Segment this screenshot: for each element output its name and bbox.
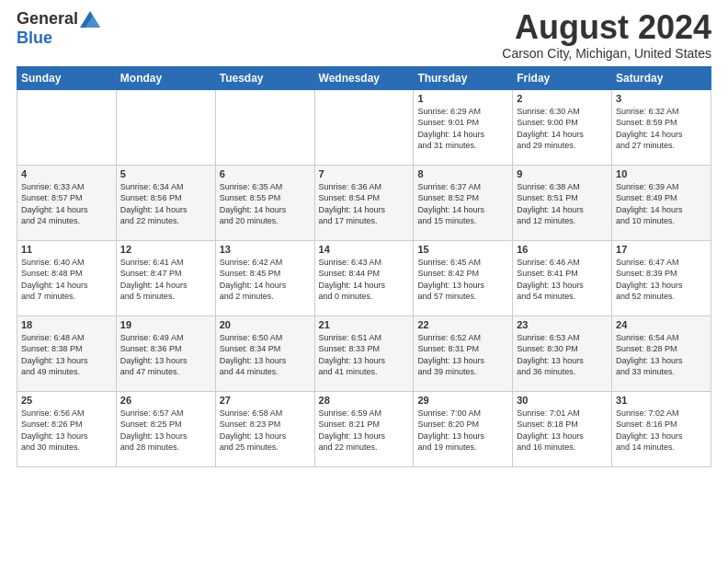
day-number: 20 [220,319,311,330]
calendar-cell-3-0: 18Sunrise: 6:48 AM Sunset: 8:38 PM Dayli… [17,316,117,391]
day-number: 6 [220,168,311,179]
logo-blue-text: Blue [17,29,52,48]
day-number: 26 [120,395,211,406]
day-number: 28 [319,395,410,406]
calendar-cell-1-4: 8Sunrise: 6:37 AM Sunset: 8:52 PM Daylig… [414,165,513,240]
calendar-cell-2-5: 16Sunrise: 6:46 AM Sunset: 8:41 PM Dayli… [513,240,612,316]
calendar-cell-0-5: 2Sunrise: 6:30 AM Sunset: 9:00 PM Daylig… [513,89,612,165]
day-number: 12 [120,244,211,255]
calendar-cell-4-1: 26Sunrise: 6:57 AM Sunset: 8:25 PM Dayli… [116,391,215,466]
col-friday: Friday [513,66,612,89]
calendar-week-4: 18Sunrise: 6:48 AM Sunset: 8:38 PM Dayli… [17,316,711,391]
calendar-cell-2-0: 11Sunrise: 6:40 AM Sunset: 8:48 PM Dayli… [17,240,117,316]
day-number: 10 [616,168,707,179]
calendar-cell-0-4: 1Sunrise: 6:29 AM Sunset: 9:01 PM Daylig… [414,89,513,165]
calendar-cell-2-2: 13Sunrise: 6:42 AM Sunset: 8:45 PM Dayli… [215,240,314,316]
day-info: Sunrise: 6:58 AM Sunset: 8:23 PM Dayligh… [220,408,311,454]
day-info: Sunrise: 6:39 AM Sunset: 8:49 PM Dayligh… [616,181,707,227]
calendar-cell-0-2 [215,89,314,165]
col-sunday: Sunday [17,66,117,89]
day-info: Sunrise: 6:40 AM Sunset: 8:48 PM Dayligh… [21,257,112,303]
day-number: 3 [616,93,707,104]
day-number: 4 [21,168,112,179]
calendar-cell-1-2: 6Sunrise: 6:35 AM Sunset: 8:55 PM Daylig… [215,165,314,240]
calendar-cell-1-5: 9Sunrise: 6:38 AM Sunset: 8:51 PM Daylig… [513,165,612,240]
day-number: 17 [616,244,707,255]
header: General Blue August 2024 Carson City, Mi… [17,9,711,61]
day-number: 25 [21,395,112,406]
calendar-cell-0-0 [17,89,117,165]
day-info: Sunrise: 6:35 AM Sunset: 8:55 PM Dayligh… [220,181,311,227]
calendar-cell-3-2: 20Sunrise: 6:50 AM Sunset: 8:34 PM Dayli… [215,316,314,391]
day-number: 7 [319,168,410,179]
calendar-cell-2-1: 12Sunrise: 6:41 AM Sunset: 8:47 PM Dayli… [116,240,215,316]
calendar-cell-0-1 [116,89,215,165]
calendar-week-5: 25Sunrise: 6:56 AM Sunset: 8:26 PM Dayli… [17,391,711,466]
day-number: 27 [220,395,311,406]
day-info: Sunrise: 6:36 AM Sunset: 8:54 PM Dayligh… [319,181,410,227]
calendar-cell-3-6: 24Sunrise: 6:54 AM Sunset: 8:28 PM Dayli… [612,316,711,391]
col-saturday: Saturday [612,66,711,89]
day-info: Sunrise: 6:49 AM Sunset: 8:36 PM Dayligh… [120,332,211,378]
calendar-cell-2-6: 17Sunrise: 6:47 AM Sunset: 8:39 PM Dayli… [612,240,711,316]
calendar-cell-0-3 [314,89,414,165]
logo-icon [80,11,100,28]
calendar-cell-1-3: 7Sunrise: 6:36 AM Sunset: 8:54 PM Daylig… [314,165,414,240]
day-number: 21 [319,319,410,330]
calendar-cell-3-5: 23Sunrise: 6:53 AM Sunset: 8:30 PM Dayli… [513,316,612,391]
day-info: Sunrise: 6:32 AM Sunset: 8:59 PM Dayligh… [616,106,707,152]
day-number: 15 [417,244,508,255]
day-number: 16 [517,244,608,255]
day-number: 23 [517,319,608,330]
day-number: 22 [417,319,508,330]
day-info: Sunrise: 6:42 AM Sunset: 8:45 PM Dayligh… [220,257,311,303]
day-number: 14 [319,244,410,255]
calendar-cell-1-1: 5Sunrise: 6:34 AM Sunset: 8:56 PM Daylig… [116,165,215,240]
title-area: August 2024 Carson City, Michigan, Unite… [502,9,711,61]
calendar-cell-1-6: 10Sunrise: 6:39 AM Sunset: 8:49 PM Dayli… [612,165,711,240]
day-number: 5 [120,168,211,179]
day-info: Sunrise: 7:02 AM Sunset: 8:16 PM Dayligh… [616,408,707,454]
day-info: Sunrise: 6:33 AM Sunset: 8:57 PM Dayligh… [21,181,112,227]
day-info: Sunrise: 6:38 AM Sunset: 8:51 PM Dayligh… [517,181,608,227]
col-tuesday: Tuesday [215,66,314,89]
calendar-cell-4-4: 29Sunrise: 7:00 AM Sunset: 8:20 PM Dayli… [414,391,513,466]
calendar-cell-4-0: 25Sunrise: 6:56 AM Sunset: 8:26 PM Dayli… [17,391,117,466]
day-number: 31 [616,395,707,406]
day-info: Sunrise: 6:57 AM Sunset: 8:25 PM Dayligh… [120,408,211,454]
day-info: Sunrise: 6:54 AM Sunset: 8:28 PM Dayligh… [616,332,707,378]
day-info: Sunrise: 6:41 AM Sunset: 8:47 PM Dayligh… [120,257,211,303]
day-info: Sunrise: 6:37 AM Sunset: 8:52 PM Dayligh… [417,181,508,227]
calendar-week-3: 11Sunrise: 6:40 AM Sunset: 8:48 PM Dayli… [17,240,711,316]
day-info: Sunrise: 7:01 AM Sunset: 8:18 PM Dayligh… [517,408,608,454]
month-title: August 2024 [502,9,711,46]
day-info: Sunrise: 6:56 AM Sunset: 8:26 PM Dayligh… [21,408,112,454]
day-info: Sunrise: 6:52 AM Sunset: 8:31 PM Dayligh… [417,332,508,378]
page: General Blue August 2024 Carson City, Mi… [0,0,728,475]
calendar-cell-3-4: 22Sunrise: 6:52 AM Sunset: 8:31 PM Dayli… [414,316,513,391]
calendar-cell-2-4: 15Sunrise: 6:45 AM Sunset: 8:42 PM Dayli… [414,240,513,316]
calendar-cell-3-1: 19Sunrise: 6:49 AM Sunset: 8:36 PM Dayli… [116,316,215,391]
calendar-cell-4-3: 28Sunrise: 6:59 AM Sunset: 8:21 PM Dayli… [314,391,414,466]
day-number: 30 [517,395,608,406]
day-info: Sunrise: 6:43 AM Sunset: 8:44 PM Dayligh… [319,257,410,303]
day-number: 9 [517,168,608,179]
day-number: 8 [417,168,508,179]
day-info: Sunrise: 6:53 AM Sunset: 8:30 PM Dayligh… [517,332,608,378]
logo-general-text: General [17,9,78,29]
col-thursday: Thursday [414,66,513,89]
calendar-cell-2-3: 14Sunrise: 6:43 AM Sunset: 8:44 PM Dayli… [314,240,414,316]
day-info: Sunrise: 6:50 AM Sunset: 8:34 PM Dayligh… [220,332,311,378]
day-number: 1 [417,93,508,104]
logo: General Blue [17,9,100,48]
day-info: Sunrise: 6:51 AM Sunset: 8:33 PM Dayligh… [319,332,410,378]
day-info: Sunrise: 7:00 AM Sunset: 8:20 PM Dayligh… [417,408,508,454]
day-info: Sunrise: 6:46 AM Sunset: 8:41 PM Dayligh… [517,257,608,303]
day-number: 29 [417,395,508,406]
calendar-cell-4-5: 30Sunrise: 7:01 AM Sunset: 8:18 PM Dayli… [513,391,612,466]
day-number: 13 [220,244,311,255]
calendar-cell-3-3: 21Sunrise: 6:51 AM Sunset: 8:33 PM Dayli… [314,316,414,391]
col-wednesday: Wednesday [314,66,414,89]
calendar-cell-4-2: 27Sunrise: 6:58 AM Sunset: 8:23 PM Dayli… [215,391,314,466]
day-info: Sunrise: 6:29 AM Sunset: 9:01 PM Dayligh… [417,106,508,152]
